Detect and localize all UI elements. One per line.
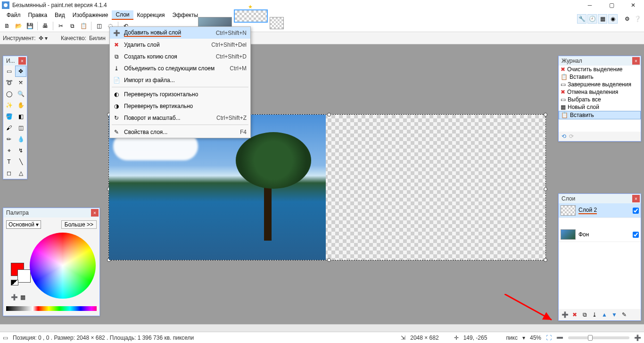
move-tool-icon[interactable]: ✥ ▾ xyxy=(39,35,48,42)
tools-panel-close[interactable]: × xyxy=(18,57,26,65)
layer-visible-checkbox[interactable] xyxy=(633,232,639,238)
layer-up-icon[interactable]: ▲ xyxy=(600,310,609,319)
color-channel-select[interactable]: Основной ▾ xyxy=(6,220,41,229)
add-layer-icon[interactable]: ➕ xyxy=(561,310,569,319)
colors-toggle[interactable]: ◉ xyxy=(608,14,618,24)
layer-down-icon[interactable]: ▼ xyxy=(610,310,619,319)
save-icon[interactable]: 💾 xyxy=(25,21,35,31)
layer-item[interactable]: Фон xyxy=(559,227,641,242)
reset-colors-icon[interactable] xyxy=(11,280,18,285)
palette-close[interactable]: × xyxy=(91,209,99,217)
dd-item[interactable]: ↻Поворот и масштаб...Ctrl+Shift+Z xyxy=(110,112,250,124)
menu-edit[interactable]: Правка xyxy=(25,11,51,19)
minimize-button[interactable]: ─ xyxy=(579,0,601,10)
handle-s[interactable] xyxy=(327,258,331,262)
zoom-window-icon[interactable]: ⛶ xyxy=(546,335,552,341)
dd-item[interactable]: 📄Импорт из файла... xyxy=(110,74,250,86)
zoom-in-icon[interactable]: ➕ xyxy=(634,335,641,341)
tool-pan[interactable]: ✋ xyxy=(15,100,26,111)
history-item[interactable]: ✖Отмена выделения xyxy=(559,88,641,96)
palette-options-icon[interactable]: ▦ xyxy=(20,294,25,301)
zoom-slider[interactable] xyxy=(568,336,629,339)
layers-close[interactable]: × xyxy=(632,195,640,202)
history-item[interactable]: ▦Новый слой xyxy=(559,103,641,111)
menu-file[interactable]: Файл xyxy=(3,11,25,19)
status-unit[interactable]: пикс xyxy=(506,335,518,341)
dd-item[interactable]: ⤓Объединить со следующим слоемCtrl+M xyxy=(110,62,250,74)
handle-ne[interactable] xyxy=(544,113,547,117)
layers-toggle[interactable]: ▦ xyxy=(598,14,607,24)
history-item[interactable]: ▭Завершение выделения xyxy=(559,81,641,88)
history-item[interactable]: ▭Выбрать все xyxy=(559,96,641,103)
maximize-button[interactable]: ▢ xyxy=(601,0,622,10)
history-item[interactable]: ✖Очистить выделение xyxy=(559,66,641,73)
duplicate-layer-icon[interactable]: ⧉ xyxy=(580,310,589,319)
help-icon[interactable]: ❔ xyxy=(633,14,642,24)
tool-rectangle-select[interactable]: ▭ xyxy=(3,66,15,77)
tool-move-selection[interactable]: ⤧ xyxy=(15,77,26,88)
print-icon[interactable]: 🖶 xyxy=(40,21,50,31)
tools-toggle[interactable]: 🔧 xyxy=(577,14,586,24)
layer-visible-checkbox[interactable] xyxy=(633,208,639,214)
history-item[interactable]: 📋Вставить xyxy=(559,111,641,119)
layer-item[interactable]: Слой 2 xyxy=(559,203,641,218)
color-wheel[interactable] xyxy=(30,233,96,299)
thumb-3[interactable] xyxy=(270,17,284,29)
menu-adjust[interactable]: Коррекция xyxy=(133,11,169,19)
tool-color-picker[interactable]: 💧 xyxy=(15,134,26,145)
dd-item[interactable]: ✖Удалить слойCtrl+Shift+Del xyxy=(110,39,250,50)
dd-item[interactable]: ◐Перевернуть горизонтально xyxy=(110,88,250,100)
tool-lasso[interactable]: ➰ xyxy=(3,77,15,88)
horizontal-scrollbar[interactable] xyxy=(0,324,644,332)
tool-line[interactable]: ╲ xyxy=(15,156,26,167)
layers-dropdown[interactable]: ➕Добавить новый слойCtrl+Shift+N✖Удалить… xyxy=(109,26,251,138)
palette-more-button[interactable]: Больше >> xyxy=(61,220,97,229)
dd-item[interactable]: ◑Перевернуть вертикально xyxy=(110,100,250,112)
tool-shapes2[interactable]: △ xyxy=(15,167,26,179)
layer-props-icon[interactable]: ✎ xyxy=(620,310,628,319)
history-list[interactable]: ✖Очистить выделение📋Вставить▭Завершение … xyxy=(559,66,641,132)
cut-icon[interactable]: ✂ xyxy=(56,21,66,31)
dd-item[interactable]: ✎Свойства слоя...F4 xyxy=(110,126,250,138)
undo-nav-icon[interactable]: ⟲ xyxy=(561,133,566,140)
menu-layers[interactable]: Слои xyxy=(112,10,133,20)
merge-layer-icon[interactable]: ⤓ xyxy=(590,310,599,319)
tool-shapes[interactable]: ◻ xyxy=(3,167,15,179)
open-file-icon[interactable]: 📂 xyxy=(13,21,24,31)
tool-brush[interactable]: 🖌 xyxy=(3,122,15,134)
tool-text[interactable]: T xyxy=(3,156,15,167)
settings-icon[interactable]: ⚙ xyxy=(622,14,632,24)
tool-clone[interactable]: ⌖ xyxy=(3,145,15,156)
history-item[interactable]: 📋Вставить xyxy=(559,73,641,81)
secondary-color-swatch[interactable] xyxy=(17,269,31,283)
tool-eraser[interactable]: ◫ xyxy=(15,122,26,134)
new-file-icon[interactable]: 🗎 xyxy=(2,21,12,31)
close-button[interactable]: ✕ xyxy=(622,0,644,10)
tool-gradient[interactable]: ◧ xyxy=(15,111,26,122)
handle-e[interactable] xyxy=(544,187,547,191)
redo-nav-icon[interactable]: ⟳ xyxy=(569,133,574,140)
tool-ellipse-select[interactable]: ◯ xyxy=(3,88,15,100)
thumb-2-active[interactable] xyxy=(234,9,268,23)
zoom-out-icon[interactable]: ➖ xyxy=(556,335,563,341)
history-close[interactable]: × xyxy=(632,57,640,65)
menu-image[interactable]: Изображение xyxy=(69,11,112,19)
dd-item[interactable]: ➕Добавить новый слойCtrl+Shift+N xyxy=(110,27,250,39)
layers-list[interactable]: Слой 2Фон xyxy=(559,203,641,309)
tool-magic-wand[interactable]: ✨ xyxy=(3,100,15,111)
quality-value[interactable]: Билин xyxy=(89,35,106,42)
tool-fill[interactable]: 🪣 xyxy=(3,111,15,122)
color-swatches-strip[interactable] xyxy=(6,306,97,311)
handle-se[interactable] xyxy=(544,258,547,262)
tool-move[interactable]: ✥ xyxy=(15,66,26,77)
delete-layer-icon[interactable]: ✖ xyxy=(570,310,579,319)
crop-icon[interactable]: ◫ xyxy=(94,21,104,31)
copy-icon[interactable]: ⧉ xyxy=(67,21,77,31)
tool-pencil[interactable]: ✏ xyxy=(3,134,15,145)
menu-view[interactable]: Вид xyxy=(51,11,69,19)
dd-item[interactable]: ⧉Создать копию слояCtrl+Shift+D xyxy=(110,50,250,62)
tool-zoom[interactable]: 🔍 xyxy=(15,88,26,100)
menu-effects[interactable]: Эффекты xyxy=(169,11,202,19)
add-color-icon[interactable]: ➕ xyxy=(11,294,18,301)
tool-recolor[interactable]: ↯ xyxy=(15,145,26,156)
